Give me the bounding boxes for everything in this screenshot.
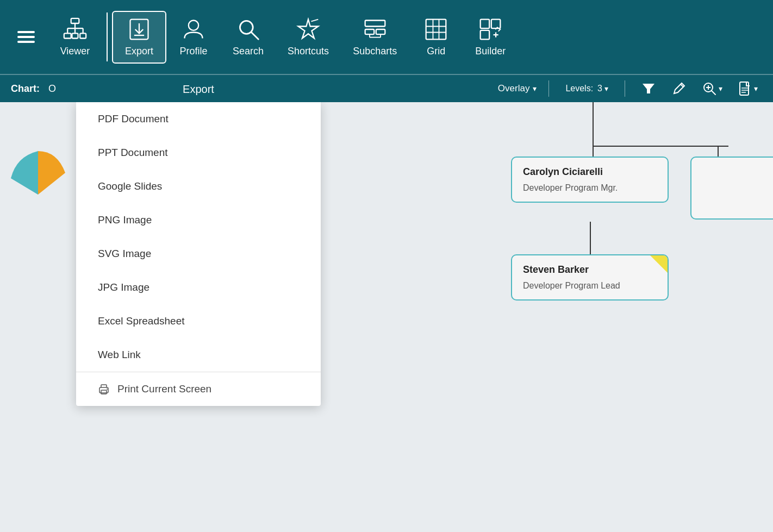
profile-label: Profile: [180, 46, 208, 57]
shortcuts-icon: [296, 17, 320, 41]
shortcuts-label: Shortcuts: [288, 46, 329, 57]
toolbar-sep-1: [548, 80, 549, 97]
export-dropdown-title: Export: [76, 75, 321, 103]
edit-button[interactable]: [668, 79, 690, 98]
viewer-label: Viewer: [60, 46, 90, 57]
jpg-label: JPG Image: [98, 281, 149, 293]
svg-point-12: [189, 20, 198, 30]
nav-item-viewer[interactable]: Viewer: [48, 12, 102, 62]
document-icon: [739, 82, 752, 96]
toolbar: Chart: O Export Overlay ▾ Levels: 3 ▾: [0, 74, 773, 102]
steven-name: Steven Barker: [523, 264, 657, 276]
png-label: PNG Image: [98, 214, 152, 226]
ppt-label: PPT Document: [98, 147, 167, 159]
svg-rect-44: [101, 390, 107, 394]
levels-value: 3: [597, 84, 602, 93]
org-card-steven[interactable]: Steven Barker Developer Program Lead: [511, 254, 669, 301]
filter-button[interactable]: [637, 79, 660, 98]
nav-item-grid[interactable]: Grid: [409, 12, 463, 62]
svg-rect-1: [64, 33, 71, 38]
zoom-chevron-icon: ▾: [719, 84, 722, 93]
export-icon: [127, 17, 151, 41]
main-content: PDF Document PPT Document Google Slides …: [0, 102, 773, 532]
profile-icon: [182, 17, 205, 41]
overlay-button[interactable]: Overlay ▾: [498, 83, 537, 94]
pencil-icon: [672, 82, 686, 96]
viewer-icon: [63, 17, 87, 41]
chart-label: Chart:: [11, 83, 40, 95]
export-title-text: Export: [183, 83, 214, 96]
nav-item-search[interactable]: Search: [221, 12, 276, 62]
connector-v-middle: [590, 222, 591, 254]
export-excel[interactable]: Excel Spreadsheet: [76, 304, 321, 338]
grid-icon: [424, 17, 448, 41]
web-link-label: Web Link: [98, 349, 141, 361]
top-nav: Viewer Export Profile Search S: [0, 0, 773, 74]
print-label: Print Current Screen: [117, 383, 211, 395]
levels-chevron-icon[interactable]: ▾: [604, 84, 608, 93]
levels-label: Levels:: [565, 84, 593, 93]
svg-rect-23: [426, 19, 446, 39]
svg-line-14: [251, 32, 258, 39]
nav-divider: [107, 12, 108, 61]
export-jpg[interactable]: JPG Image: [76, 271, 321, 304]
export-svg[interactable]: SVG Image: [76, 237, 321, 271]
filter-icon: [641, 82, 656, 96]
svg-label: SVG Image: [98, 248, 151, 260]
overlay-label: Overlay: [498, 83, 530, 94]
chart-name: O: [48, 83, 56, 95]
export-png[interactable]: PNG Image: [76, 203, 321, 237]
levels-control: Levels: 3 ▾: [561, 82, 613, 96]
svg-rect-0: [71, 18, 79, 23]
search-icon: [236, 17, 260, 41]
svg-rect-29: [491, 19, 501, 28]
steven-title: Developer Program Lead: [523, 281, 657, 291]
export-google-slides[interactable]: Google Slides: [76, 170, 321, 203]
svg-rect-28: [481, 19, 490, 28]
toolbar-sep-2: [625, 80, 625, 97]
org-card-partial[interactable]: [690, 157, 773, 220]
subcharts-label: Subcharts: [353, 46, 397, 57]
carolyn-name: Carolyn Ciciarelli: [523, 166, 657, 178]
svg-line-16: [311, 19, 319, 21]
svg-marker-33: [643, 84, 654, 93]
export-ppt[interactable]: PPT Document: [76, 136, 321, 170]
svg-rect-30: [481, 30, 490, 39]
svg-rect-39: [740, 82, 749, 95]
builder-icon: [478, 17, 502, 41]
nav-item-subcharts[interactable]: Subcharts: [341, 12, 409, 62]
zoom-button[interactable]: ▾: [698, 79, 727, 98]
svg-rect-2: [72, 33, 78, 38]
excel-label: Excel Spreadsheet: [98, 315, 185, 327]
export-web-link[interactable]: Web Link: [76, 338, 321, 372]
nav-item-shortcuts[interactable]: Shortcuts: [276, 12, 341, 62]
svg-point-45: [107, 389, 108, 390]
export-menu: PDF Document PPT Document Google Slides …: [76, 102, 321, 406]
export-label: Export: [125, 46, 153, 57]
svg-rect-3: [80, 33, 86, 38]
grid-label: Grid: [427, 46, 445, 57]
export-print[interactable]: Print Current Screen: [76, 372, 321, 406]
connector-h: [593, 146, 728, 147]
svg-rect-18: [365, 29, 374, 34]
connector-v-top: [593, 102, 594, 146]
nav-item-builder[interactable]: Builder: [463, 12, 518, 62]
export-pdf[interactable]: PDF Document: [76, 102, 321, 136]
document-chevron-icon: ▾: [754, 84, 758, 93]
svg-rect-19: [376, 29, 385, 34]
nav-item-profile[interactable]: Profile: [166, 12, 221, 62]
connector-v-card1: [593, 146, 594, 157]
nav-item-export[interactable]: Export: [112, 11, 166, 64]
print-icon: [98, 383, 110, 395]
logo-decoration: [5, 118, 71, 195]
hamburger-menu[interactable]: [9, 26, 43, 48]
carolyn-title: Developer Program Mgr.: [523, 183, 657, 193]
pdf-label: PDF Document: [98, 113, 169, 125]
document-button[interactable]: ▾: [734, 79, 762, 98]
org-card-carolyn[interactable]: Carolyn Ciciarelli Developer Program Mgr…: [511, 157, 669, 203]
svg-line-36: [712, 91, 715, 95]
overlay-chevron-icon: ▾: [533, 84, 537, 93]
connector-v-card2-top: [718, 146, 719, 157]
svg-rect-17: [365, 20, 385, 26]
svg-marker-15: [298, 19, 319, 38]
